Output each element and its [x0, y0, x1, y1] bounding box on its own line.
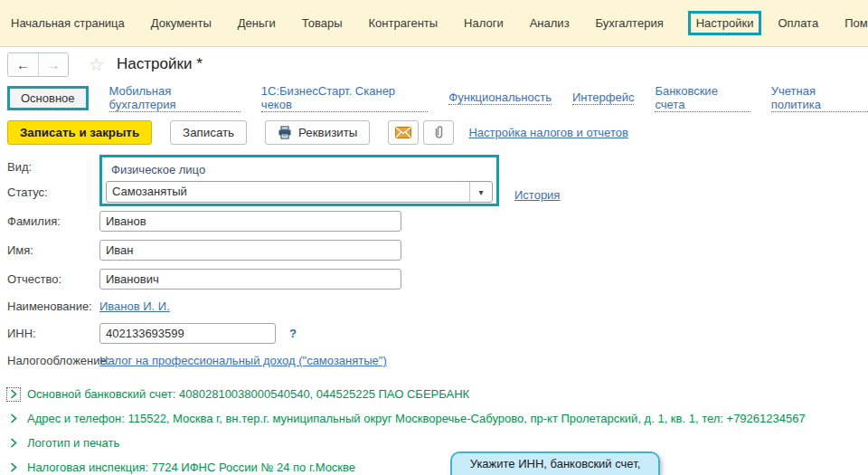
send-email-button[interactable]	[388, 120, 419, 145]
section-address-phone[interactable]: Адрес и телефон: 115522, Москва г, вн.те…	[7, 406, 868, 431]
status-history-link[interactable]: История	[514, 188, 560, 202]
menu-item-settings-active[interactable]: Настройки	[688, 11, 762, 35]
expandable-sections: Основной банковский счет: 40802810038000…	[0, 373, 868, 475]
tab-accounting-policy[interactable]: Учетная политика	[771, 84, 868, 112]
firstname-row: Имя:	[7, 235, 868, 264]
hint-line-2: адрес, телефон,	[458, 471, 653, 475]
menu-item-documents[interactable]: Документы	[149, 13, 213, 33]
back-arrow-icon: ←	[16, 57, 30, 72]
tabs-row: Основное Мобильная бухгалтерия 1С:Бизнес…	[0, 81, 868, 114]
status-label: Статус:	[7, 180, 99, 205]
kind-value: Физическое лицо	[106, 158, 493, 181]
middlename-label: Отчество:	[7, 272, 99, 286]
naming-link[interactable]: Иванов И. И.	[99, 299, 170, 313]
top-menu-bar: Начальная страница Документы Деньги Това…	[0, 0, 868, 47]
inn-row: ИНН: ?	[7, 318, 868, 347]
save-and-close-button[interactable]: Записать и закрыть	[7, 120, 152, 145]
inn-field[interactable]	[99, 323, 276, 344]
envelope-icon	[395, 127, 411, 138]
hint-callout: Укажите ИНН, банковский счет, адрес, тел…	[450, 451, 660, 475]
menu-item-payment[interactable]: Оплата	[776, 13, 820, 33]
status-select[interactable]: Самозанятый ▾	[106, 181, 493, 203]
chevron-down-icon: ▾	[478, 187, 483, 197]
tab-functionality[interactable]: Функциональность	[448, 90, 552, 105]
kind-status-block: Вид: Статус: Физическое лицо Самозанятый…	[7, 155, 868, 206]
menu-item-counterparties[interactable]: Контрагенты	[367, 13, 440, 33]
taxation-row: Налогообложение: Налог на профессиональн…	[7, 347, 868, 373]
naming-row: Наименование: Иванов И. И.	[7, 293, 868, 318]
menu-item-taxes[interactable]: Налоги	[462, 13, 505, 33]
kind-label: Вид:	[7, 155, 99, 180]
menu-item-analysis[interactable]: Анализ	[528, 13, 571, 33]
tab-businessstart-scanner[interactable]: 1С:БизнесСтарт. Сканер чеков	[261, 84, 428, 112]
save-button[interactable]: Записать	[170, 120, 247, 145]
menu-item-money[interactable]: Деньги	[236, 13, 278, 33]
tab-mobile-accounting[interactable]: Мобильная бухгалтерия	[109, 84, 241, 112]
status-dropdown-button[interactable]: ▾	[469, 182, 492, 202]
forward-button[interactable]: →	[38, 53, 68, 76]
section-bank-account-label: Основной банковский счет: 40802810038000…	[27, 387, 469, 401]
page-title: Настройки *	[117, 55, 203, 73]
lastname-row: Фамилия:	[7, 206, 868, 235]
middlename-row: Отчество:	[7, 264, 868, 293]
status-selected-value: Самозанятый	[107, 182, 469, 202]
section-address-phone-label: Адрес и телефон: 115522, Москва г, вн.те…	[27, 412, 806, 425]
requisites-button[interactable]: Реквизиты	[265, 120, 370, 145]
navigation-row: ← → ☆ Настройки *	[0, 47, 868, 81]
inn-help-icon[interactable]: ?	[289, 327, 297, 340]
section-bank-account[interactable]: Основной банковский счет: 40802810038000…	[7, 382, 868, 406]
lastname-field[interactable]	[99, 211, 401, 232]
paperclip-icon	[432, 125, 445, 139]
favorite-star-icon[interactable]: ☆	[89, 54, 104, 75]
menu-item-home[interactable]: Начальная страница	[9, 13, 127, 33]
form-toolbar: Записать и закрыть Записать Реквизиты На…	[0, 114, 868, 150]
attachments-button[interactable]	[423, 120, 454, 145]
chevron-right-icon[interactable]	[7, 388, 20, 401]
history-buttons: ← →	[7, 52, 69, 77]
kind-status-highlight-box: Физическое лицо Самозанятый ▾	[99, 155, 499, 206]
taxation-link[interactable]: Налог на профессиональный доход ("самоза…	[99, 354, 387, 367]
firstname-field[interactable]	[99, 240, 401, 261]
forward-arrow-icon: →	[47, 57, 61, 72]
firstname-label: Имя:	[7, 243, 99, 257]
section-logo-stamp-label: Логотип и печать	[27, 436, 119, 450]
back-button[interactable]: ←	[8, 53, 38, 76]
hint-line-1: Укажите ИНН, банковский счет,	[458, 456, 653, 471]
menu-item-goods[interactable]: Товары	[300, 13, 344, 33]
menu-item-help[interactable]: Помощь	[843, 13, 868, 33]
tax-report-settings-link[interactable]: Настройка налогов и отчетов	[468, 126, 627, 139]
settings-form: Вид: Статус: Физическое лицо Самозанятый…	[0, 150, 868, 373]
section-tax-inspection[interactable]: Налоговая инспекция: 7724 ИФНС России № …	[7, 455, 868, 475]
chevron-right-icon[interactable]	[7, 461, 20, 474]
requisites-button-label: Реквизиты	[298, 126, 357, 139]
menu-item-accounting[interactable]: Бухгалтерия	[594, 13, 665, 33]
chevron-right-icon[interactable]	[7, 413, 20, 425]
middlename-field[interactable]	[99, 269, 401, 290]
printer-icon	[278, 126, 292, 139]
inn-label: ИНН:	[7, 327, 99, 340]
section-tax-inspection-label: Налоговая инспекция: 7724 ИФНС России № …	[27, 461, 355, 474]
naming-label: Наименование:	[7, 299, 99, 313]
tab-main[interactable]: Основное	[7, 86, 89, 110]
section-logo-stamp[interactable]: Логотип и печать	[7, 431, 868, 455]
taxation-label: Налогообложение:	[7, 354, 99, 367]
lastname-label: Фамилия:	[7, 214, 99, 228]
chevron-right-icon[interactable]	[7, 437, 20, 450]
tab-interface[interactable]: Интерфейс	[572, 90, 634, 105]
tab-bank-accounts[interactable]: Банковские счета	[655, 84, 750, 112]
